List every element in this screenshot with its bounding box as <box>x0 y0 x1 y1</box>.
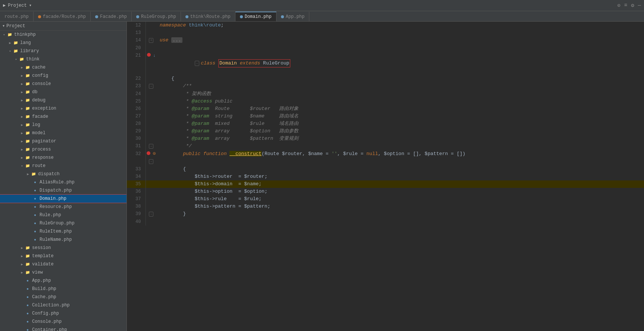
tree-item-config-php[interactable]: ● Config.php <box>0 309 126 318</box>
line-content <box>157 29 644 37</box>
tree-item-collection[interactable]: ● Collection.php <box>0 301 126 309</box>
line-content: { <box>157 75 644 82</box>
tree-item-resource[interactable]: ● Resource.php <box>0 203 126 211</box>
tree-item-session[interactable]: ▶ 📁 session <box>0 244 126 252</box>
tree-item-console-php[interactable]: ● Console.php <box>0 318 126 326</box>
line-gutter-fold[interactable]: + <box>146 37 157 44</box>
menu-icon[interactable]: ≡ <box>624 2 627 9</box>
tree-item-process[interactable]: ▶ 📁 process <box>0 145 126 154</box>
code-line-25: 25 * @access public <box>127 98 644 105</box>
tree-item-ruleitem[interactable]: ● RuleItem.php <box>0 227 126 236</box>
tree-item-think[interactable]: ▾ 📁 think <box>0 55 126 63</box>
tree-label: AliasRule.php <box>40 180 75 185</box>
tree-item-domain[interactable]: ● Domain.php <box>0 195 126 203</box>
tree-item-lang[interactable]: ▶ 📁 lang <box>0 39 126 47</box>
tree-item-dispatch-php[interactable]: ● Dispatch.php <box>0 186 126 195</box>
tree-item-log[interactable]: ▶ 📁 log <box>0 121 126 129</box>
line-number: 29 <box>127 127 146 135</box>
tree-item-template[interactable]: ▶ 📁 template <box>0 252 126 260</box>
folder-icon: 📁 <box>25 89 31 95</box>
line-content: { <box>157 166 644 173</box>
tab-facade[interactable]: Facade.php <box>91 12 132 21</box>
line-gutter-bp[interactable]: ↓ <box>146 52 157 75</box>
tree-item-console[interactable]: ▶ 📁 console <box>0 80 126 88</box>
project-header-icon: ▾ <box>2 23 5 29</box>
line-gutter <box>146 98 157 105</box>
tree-item-cache[interactable]: ▶ 📁 cache <box>0 63 126 72</box>
tree-item-route[interactable]: ▾ 📁 route <box>0 162 126 170</box>
line-gutter-fold[interactable]: - <box>146 82 157 90</box>
line-gutter-fold[interactable]: - <box>146 142 157 150</box>
tree-item-debug[interactable]: ▶ 📁 debug <box>0 96 126 104</box>
tree-item-aliasrule[interactable]: ● AliasRule.php <box>0 178 126 186</box>
tree-label: Console.php <box>32 319 62 324</box>
tree-item-response[interactable]: ▶ 📁 response <box>0 154 126 162</box>
line-gutter <box>146 127 157 135</box>
code-line-23: 23 - /** <box>127 82 644 90</box>
breakpoint-icon[interactable] <box>147 151 150 155</box>
folder-icon: 📁 <box>25 122 31 128</box>
tab-app-dot <box>281 15 284 18</box>
code-line-26: 26 * @param Route $router 路由对象 <box>127 105 644 113</box>
tab-route[interactable]: route.php <box>0 12 34 21</box>
project-header-label: Project <box>6 23 25 29</box>
tree-item-thinkphp[interactable]: ▾ 📁 thinkphp <box>0 31 126 39</box>
line-content: $this->rule = $rule; <box>157 195 644 203</box>
arrow: ▾ <box>19 164 25 168</box>
code-line-20: 20 <box>127 44 644 52</box>
tree-item-config[interactable]: ▶ 📁 config <box>0 72 126 80</box>
tree-item-view[interactable]: ▶ 📁 view <box>0 268 126 277</box>
tree-label: db <box>32 89 37 95</box>
tree-item-paginator[interactable]: ▶ 📁 paginator <box>0 137 126 145</box>
tree-label: console <box>32 81 51 86</box>
tab-facade-route-label: facade/Route.php <box>43 14 86 19</box>
tree-item-rulename[interactable]: ● RuleName.php <box>0 236 126 244</box>
code-line-28: 28 * @param mixed $rule 域名路由 <box>127 120 644 127</box>
tree-item-container[interactable]: ● Container.php <box>0 326 126 331</box>
title-bar-icons: ⊙ ≡ ⚙ — <box>617 2 641 9</box>
line-gutter <box>146 29 157 37</box>
tree-item-app[interactable]: ● App.php <box>0 277 126 285</box>
tree-item-model[interactable]: ▶ 📁 model <box>0 129 126 137</box>
line-gutter <box>146 135 157 142</box>
line-gutter <box>146 75 157 82</box>
line-number: 39 <box>127 210 146 218</box>
line-number: 35 <box>127 180 146 188</box>
fold-icon[interactable]: - <box>149 159 153 164</box>
settings-icon[interactable]: ⚙ <box>631 2 634 9</box>
tree-item-facade[interactable]: ▶ 📁 facade <box>0 113 126 121</box>
line-gutter-fold[interactable]: - <box>146 210 157 218</box>
tree-item-rule[interactable]: ● Rule.php <box>0 211 126 219</box>
line-content: $this->option = $option; <box>157 188 644 195</box>
code-editor[interactable]: 12 namespace think\route; 13 14 + use ..… <box>127 22 644 331</box>
tree-item-cache-php[interactable]: ● Cache.php <box>0 293 126 301</box>
tab-rulegroup[interactable]: RuleGroup.php <box>132 12 181 21</box>
tree-label: cache <box>32 65 46 70</box>
tab-app[interactable]: App.php <box>276 12 309 21</box>
tree-label: Collection.php <box>32 303 70 308</box>
line-gutter <box>146 195 157 203</box>
code-line-31: 31 - */ <box>127 142 644 150</box>
line-gutter <box>146 188 157 195</box>
tree-item-validate[interactable]: ▶ 📁 validate <box>0 260 126 268</box>
breakpoint-icon[interactable] <box>147 53 151 57</box>
tab-think-route[interactable]: think\Route.php <box>181 12 235 21</box>
tree-item-library[interactable]: ▾ 📁 library <box>0 47 126 55</box>
tab-domain[interactable]: Domain.php <box>235 12 276 21</box>
line-gutter-bp2[interactable]: ⊙ - <box>146 150 157 166</box>
tree-item-db[interactable]: ▶ 📁 db <box>0 88 126 96</box>
dropdown-arrow[interactable]: ▾ <box>29 3 32 8</box>
tab-facade-route[interactable]: facade/Route.php <box>34 12 91 21</box>
minimize-icon[interactable]: — <box>638 2 641 9</box>
tree-item-dispatch[interactable]: ▶ 📁 dispatch <box>0 170 126 178</box>
folder-icon: 📁 <box>25 253 31 259</box>
file-blue-icon: ● <box>32 212 38 218</box>
code-line-27: 27 * @param string $name 路由域名 <box>127 113 644 120</box>
tree-item-build[interactable]: ● Build.php <box>0 285 126 293</box>
line-content <box>157 44 644 52</box>
tree-item-exception[interactable]: ▶ 📁 exception <box>0 104 126 113</box>
line-gutter <box>146 113 157 120</box>
tree-item-rulegroup[interactable]: ● RuleGroup.php <box>0 219 126 227</box>
code-table: 12 namespace think\route; 13 14 + use ..… <box>127 22 644 226</box>
sync-icon[interactable]: ⊙ <box>617 2 620 9</box>
